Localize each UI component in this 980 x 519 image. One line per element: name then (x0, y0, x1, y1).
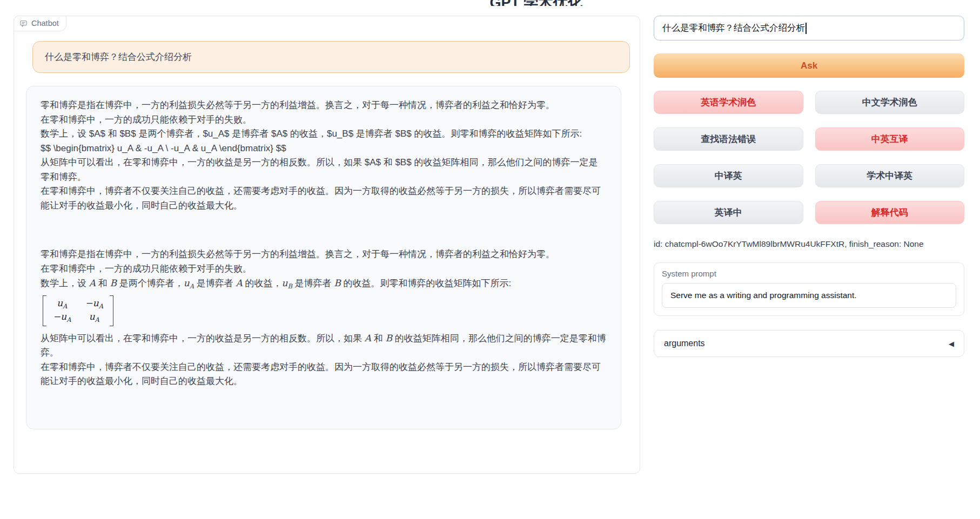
chatbot-panel: Chatbot 什么是零和博弈？结合公式介绍分析 零和博弈是指在博弈中，一方的利… (14, 16, 640, 474)
action-find-grammar-errors[interactable]: 查找语法错误 (654, 127, 803, 151)
bot-message-line: 数学上，设 A 和 B 是两个博弈者，uA 是博弈者 A 的收益，uB 是博弈者… (41, 276, 607, 292)
action-zh-to-en[interactable]: 中译英 (654, 164, 803, 187)
bot-message-line: 在零和博弈中，一方的成功只能依赖于对手的失败。 (41, 262, 607, 277)
matrix-cells: uA −uA −uA uA (46, 295, 110, 326)
arguments-accordion[interactable]: arguments ◀ (654, 330, 964, 357)
bot-message-line: 在零和博弈中，一方的成功只能依赖于对手的失败。 (41, 113, 607, 127)
control-column: 什么是零和博弈？结合公式介绍分析 Ask 英语学术润色 中文学术润色 查找语法错… (654, 16, 964, 357)
bot-message-line: 数学上，设 $A$ 和 $B$ 是两个博弈者，$u_A$ 是博弈者 $A$ 的收… (41, 127, 607, 141)
action-academic-zh-to-en[interactable]: 学术中译英 (815, 164, 965, 187)
system-prompt-label: System prompt (662, 269, 956, 278)
text-caret (806, 23, 807, 34)
page-title: GPT 学术优化 (471, 0, 601, 6)
action-en-to-zh[interactable]: 英译中 (654, 201, 803, 224)
bot-message-line: 在零和博弈中，博弈者不仅要关注自己的收益，还需要考虑对手的收益。因为一方取得的收… (41, 184, 607, 213)
bot-message-line: 在零和博弈中，博弈者不仅要关注自己的收益，还需要考虑对手的收益。因为一方取得的收… (41, 360, 607, 389)
collapse-arrow-icon: ◀ (949, 340, 954, 347)
matrix-right-bracket (110, 295, 113, 326)
bot-message-line: 从矩阵中可以看出，在零和博弈中，一方的收益是另一方的相反数。所以，如果 A 和 … (41, 331, 607, 360)
chat-bubble-icon (19, 19, 28, 28)
bot-message-line: 零和博弈是指在博弈中，一方的利益损失必然等于另一方的利益增益。换言之，对于每一种… (41, 98, 607, 113)
bot-message-line: 零和博弈是指在博弈中，一方的利益损失必然等于另一方的利益增益。换言之，对于每一种… (41, 247, 607, 262)
chatbot-label-text: Chatbot (31, 19, 59, 28)
payoff-matrix: uA −uA −uA uA (43, 295, 113, 326)
message-list: 什么是零和博弈？结合公式介绍分析 零和博弈是指在博弈中，一方的利益损失必然等于另… (14, 16, 640, 429)
system-prompt-group: System prompt Serve me as a writing and … (654, 262, 964, 316)
matrix-cell: uA (85, 311, 104, 324)
action-chinese-academic-polish[interactable]: 中文学术润色 (815, 91, 965, 114)
bot-message-line: 从矩阵中可以看出，在零和博弈中，一方的收益是另一方的相反数。所以，如果 $A$ … (41, 156, 607, 184)
response-status-line: id: chatcmpl-6wOo7KrYTwMl89lbrMWRu4UkFFX… (654, 239, 964, 249)
action-explain-code[interactable]: 解释代码 (815, 201, 965, 224)
matrix-cell: −uA (85, 298, 104, 311)
question-input-value: 什么是零和博弈？结合公式介绍分析 (662, 22, 805, 34)
user-message-bubble: 什么是零和博弈？结合公式介绍分析 (32, 41, 630, 73)
action-zh-en-mutual-translate[interactable]: 中英互译 (815, 127, 965, 151)
matrix-cell: uA (53, 298, 71, 311)
question-input[interactable]: 什么是零和博弈？结合公式介绍分析 (654, 16, 964, 41)
chatbot-label: Chatbot (14, 16, 66, 31)
action-english-academic-polish[interactable]: 英语学术润色 (654, 91, 803, 114)
matrix-cell: −uA (53, 311, 71, 324)
system-prompt-input[interactable]: Serve me as a writing and programming as… (662, 283, 956, 308)
arguments-accordion-label: arguments (664, 339, 705, 348)
ask-button[interactable]: Ask (654, 53, 964, 78)
bot-message-bubble: 零和博弈是指在博弈中，一方的利益损失必然等于另一方的利益增益。换言之，对于每一种… (26, 86, 621, 429)
action-button-grid: 英语学术润色 中文学术润色 查找语法错误 中英互译 中译英 学术中译英 英译中 … (654, 91, 964, 224)
bot-rendered-block: 零和博弈是指在博弈中，一方的利益损失必然等于另一方的利益增益。换言之，对于每一种… (41, 247, 607, 388)
bot-message-latex-source: $$ \begin{bmatrix} u_A & -u_A \ -u_A & u… (41, 141, 607, 156)
matrix-left-bracket (43, 295, 46, 326)
bot-raw-block: 零和博弈是指在博弈中，一方的利益损失必然等于另一方的利益增益。换言之，对于每一种… (41, 98, 607, 213)
user-message-text: 什么是零和博弈？结合公式介绍分析 (45, 52, 192, 62)
